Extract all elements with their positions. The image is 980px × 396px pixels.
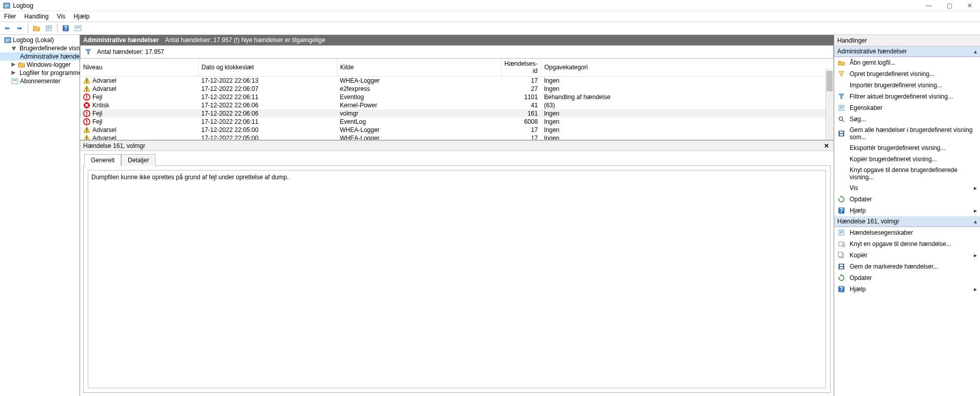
- refresh-icon: [837, 274, 846, 282]
- event-row[interactable]: Advarsel17-12-2022 22:06:07e2fexpress27I…: [80, 85, 834, 93]
- action-label: Hjælp: [850, 207, 866, 214]
- event-row[interactable]: Fejl17-12-2022 22:06:06volmgr161Ingen: [80, 109, 834, 118]
- toolbar-properties-button[interactable]: [44, 23, 54, 33]
- menu-action[interactable]: Handling: [20, 12, 52, 21]
- actions-section-admin[interactable]: Administrative hændelser ▴: [834, 46, 980, 57]
- action-import_view[interactable]: Importér brugerdefineret visning...: [834, 80, 980, 91]
- event-level: Fejl: [92, 118, 102, 125]
- tab-details[interactable]: Detaljer: [121, 154, 156, 166]
- menu-file[interactable]: Filer: [0, 12, 20, 21]
- event-row[interactable]: Advarsel17-12-2022 22:05:00WHEA-Logger17…: [80, 134, 834, 141]
- tree-app-logs[interactable]: ⯈ Logfiler for programmer og t: [0, 69, 80, 77]
- submenu-arrow-icon: ▸: [974, 286, 977, 293]
- action-attach_task[interactable]: Knyt opgave til denne brugerdefinerede v…: [834, 165, 980, 182]
- navigation-tree: Logbog (Lokal) ⯆ Brugerdefinerede visnin…: [0, 35, 80, 396]
- help-icon: [837, 206, 846, 215]
- actions-section-event[interactable]: Hændelse 161, volmgr ▴: [834, 216, 980, 227]
- actions-pane-title: Handlinger: [834, 35, 980, 46]
- tree-root[interactable]: Logbog (Lokal): [0, 36, 80, 44]
- event-source: EventLog: [337, 118, 501, 126]
- event-id: 17: [501, 77, 541, 85]
- toolbar-preview-button[interactable]: [73, 23, 83, 33]
- none-icon: [837, 169, 846, 178]
- refresh-icon: [837, 195, 846, 203]
- event-source: WHEA-Logger: [337, 134, 501, 141]
- action-label: Åbn gemt logfil...: [850, 59, 895, 66]
- minimize-button[interactable]: —: [918, 0, 939, 11]
- action-event_props[interactable]: Hændelsesegenskaber: [834, 227, 980, 238]
- tab-general[interactable]: Generelt: [84, 154, 121, 166]
- expand-icon[interactable]: ⯈: [11, 70, 16, 76]
- action-label: Egenskaber: [850, 104, 882, 111]
- tree-subscriptions[interactable]: Abonnementer: [0, 77, 80, 85]
- submenu-arrow-icon: ▸: [974, 207, 977, 214]
- collapse-icon[interactable]: ▴: [974, 48, 977, 55]
- action-open_saved[interactable]: Åbn gemt logfil...: [834, 57, 980, 68]
- detail-close-button[interactable]: ✕: [822, 142, 831, 149]
- action-create_view[interactable]: Opret brugerdefineret visning...: [834, 68, 980, 80]
- expand-icon[interactable]: ⯈: [11, 62, 16, 68]
- nav-back-button[interactable]: ⬅: [2, 23, 12, 33]
- column-datetime[interactable]: Dato og klokkeslæt: [198, 59, 337, 77]
- event-datetime: 17-12-2022 22:06:06: [198, 109, 337, 118]
- column-source[interactable]: Kilde: [337, 59, 501, 77]
- action-label: Hjælp: [850, 286, 866, 293]
- toolbar-help-button[interactable]: [61, 23, 71, 33]
- action-refresh2[interactable]: Opdater: [834, 272, 980, 284]
- scrollbar-thumb[interactable]: [827, 71, 833, 91]
- action-view[interactable]: Vis▸: [834, 182, 980, 194]
- log-icon: [4, 36, 11, 44]
- collapse-icon[interactable]: ▴: [974, 218, 977, 225]
- event-level: Advarsel: [92, 85, 117, 92]
- tree-custom-views[interactable]: ⯆ Brugerdefinerede visninger: [0, 44, 80, 52]
- action-refresh[interactable]: Opdater: [834, 194, 980, 205]
- event-id: 161: [501, 109, 541, 118]
- actions-section-event-label: Hændelse 161, volmgr: [837, 218, 899, 225]
- event-datetime: 17-12-2022 22:05:00: [198, 126, 337, 134]
- action-filter_view[interactable]: Filtrer aktuel brugerdefineret visning..…: [834, 91, 980, 102]
- action-help2[interactable]: Hjælp▸: [834, 284, 980, 295]
- action-attach_task2[interactable]: Knyt en opgave til denne hændelse...: [834, 238, 980, 250]
- tree-admin-events[interactable]: Administrative hændelse: [0, 52, 80, 61]
- detail-header: Hændelse 161, volmgr ✕: [80, 141, 834, 151]
- action-label: Hændelsesegenskaber: [850, 229, 913, 236]
- column-id[interactable]: Hændelses-id: [501, 59, 541, 77]
- action-save_sel[interactable]: Gem de markerede hændelser...: [834, 261, 980, 272]
- tree-root-label: Logbog (Lokal): [13, 36, 54, 44]
- event-source: e2fexpress: [337, 85, 501, 93]
- tree-windows-logs[interactable]: ⯈ Windows-logger: [0, 61, 80, 69]
- event-row[interactable]: Advarsel17-12-2022 22:06:13WHEA-Logger17…: [80, 77, 834, 85]
- tree-app-logs-label: Logfiler for programmer og t: [20, 69, 80, 77]
- event-source: Kernel-Power: [337, 101, 501, 109]
- actions-section-admin-label: Administrative hændelser: [837, 48, 907, 55]
- column-category[interactable]: Opgavekategori: [541, 59, 834, 77]
- action-label: Gem de markerede hændelser...: [850, 263, 938, 270]
- menu-view[interactable]: Vis: [53, 12, 69, 21]
- event-row[interactable]: Advarsel17-12-2022 22:05:00WHEA-Logger17…: [80, 126, 834, 134]
- event-row[interactable]: Fejl17-12-2022 22:06:11Eventlog1101Behan…: [80, 93, 834, 101]
- action-save_all[interactable]: Gem alle hændelser i brugerdefineret vis…: [834, 125, 980, 142]
- maximize-button[interactable]: ▢: [939, 0, 959, 11]
- toolbar-show-tree-button[interactable]: [31, 23, 42, 33]
- event-id: 27: [501, 85, 541, 93]
- action-label: Vis: [850, 184, 858, 192]
- expand-icon[interactable]: ⯆: [11, 46, 16, 51]
- action-export_view[interactable]: Eksportér brugerdefineret visning...: [834, 142, 980, 154]
- action-find[interactable]: Søg...: [834, 114, 980, 125]
- grid-scrollbar[interactable]: [825, 69, 834, 140]
- action-copy[interactable]: Kopiér▸: [834, 250, 980, 261]
- nav-forward-button[interactable]: ➡: [14, 23, 25, 33]
- event-category: Behandling af hændelse: [541, 93, 834, 101]
- help-icon: [837, 285, 846, 293]
- props-icon: [837, 104, 846, 112]
- column-level[interactable]: Niveau: [80, 59, 198, 77]
- submenu-arrow-icon: ▸: [974, 252, 977, 259]
- close-button[interactable]: ✕: [959, 0, 980, 11]
- action-help[interactable]: Hjælp▸: [834, 205, 980, 216]
- action-properties[interactable]: Egenskaber: [834, 102, 980, 114]
- event-level: Advarsel: [92, 77, 117, 84]
- menu-help[interactable]: Hjælp: [69, 12, 93, 21]
- event-row[interactable]: Fejl17-12-2022 22:06:11EventLog6008Ingen: [80, 118, 834, 126]
- event-row[interactable]: Kritisk17-12-2022 22:06:06Kernel-Power41…: [80, 101, 834, 109]
- action-copy_view[interactable]: Kopiér brugerdefineret visning...: [834, 154, 980, 165]
